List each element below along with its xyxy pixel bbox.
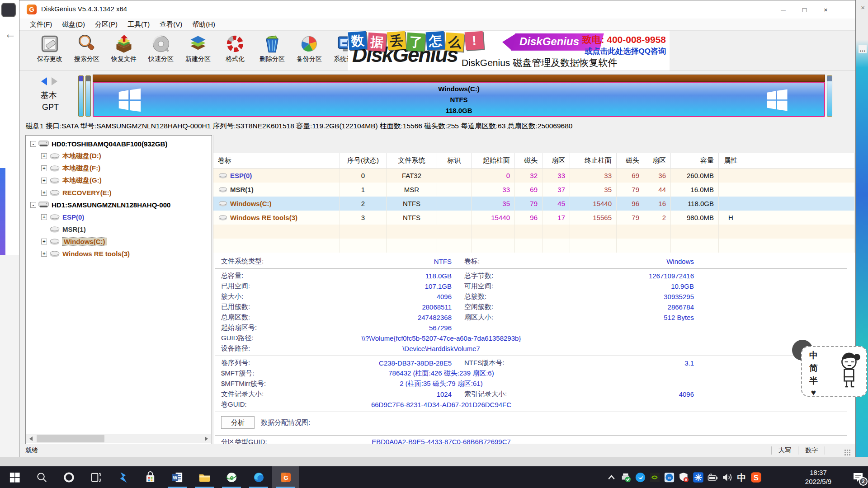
column-header[interactable]: 标识 (437, 153, 472, 168)
expand-icon[interactable]: + (41, 153, 47, 159)
taskbar-browser-green-e-button[interactable]: e (218, 466, 245, 488)
tray-sogou-ime-button[interactable]: S (750, 472, 762, 483)
tray-tray-expand-button[interactable] (606, 472, 617, 483)
partition-row[interactable]: ESP(0) 0FAT3203233336936260.0MB (213, 169, 855, 183)
taskbar-diskgenius-button[interactable]: G (272, 466, 299, 488)
menu-item-1[interactable]: 磁盘(D) (57, 19, 90, 30)
cell (671, 225, 719, 239)
taskbar-file-explorer-button[interactable] (191, 466, 218, 488)
collapse-icon[interactable]: - (30, 202, 36, 208)
menu-item-4[interactable]: 查看(V) (155, 19, 187, 30)
maximize-button[interactable]: □ (794, 0, 815, 19)
scrollbar-thumb[interactable] (37, 435, 104, 442)
column-header[interactable]: 文件系统 (387, 153, 437, 168)
prev-disk-button[interactable] (41, 77, 47, 85)
detail-row: 设备路径: \Device\HarddiskVolume7 (213, 343, 855, 354)
banner-qq-link[interactable]: 或点击此处选择QQ咨询 (585, 46, 666, 56)
toolbar-delp-button[interactable]: 删除分区 (254, 32, 291, 69)
partition-bar-windows-c[interactable]: Windows(C:) NTFS 118.0GB (93, 82, 825, 117)
next-disk-button[interactable] (52, 77, 57, 85)
tree-item[interactable]: - HD0:TOSHIBAMQ04ABF100(932GB) (27, 138, 211, 150)
column-header[interactable]: 扇区 (644, 153, 671, 168)
expand-icon[interactable]: + (41, 178, 47, 183)
tray-power-button[interactable] (707, 472, 718, 483)
partition-row[interactable]: Windows(C:) 2NTFS357945154409616118.0GB (213, 197, 855, 211)
tray-ime-mode-button[interactable]: 中 (736, 472, 747, 483)
column-header[interactable]: 起始柱面 (472, 153, 515, 168)
notification-center-button[interactable]: 2 (852, 471, 864, 483)
scrollbar-track[interactable] (36, 434, 202, 443)
tray-volume-button[interactable] (722, 472, 733, 483)
partition-row[interactable]: Windows RE tools(3) 3NTFS154409617155657… (213, 211, 855, 225)
partition-bar-esp[interactable] (78, 75, 84, 117)
column-header[interactable]: 序号(状态) (340, 153, 387, 168)
taskbar-task-view-button[interactable] (82, 466, 109, 488)
collapse-icon[interactable]: - (30, 141, 36, 147)
taskbar-word-button[interactable]: W (164, 466, 191, 488)
partition-row[interactable]: MSR(1) 1MSR33693735794416.0MB (213, 183, 855, 197)
partition-bar-re-tools[interactable] (827, 75, 832, 117)
expand-icon[interactable]: + (41, 251, 47, 257)
toolbar-format-button[interactable]: 格式化 (217, 32, 254, 69)
menu-item-3[interactable]: 工具(T) (123, 19, 155, 30)
menu-item-2[interactable]: 分区(P) (90, 19, 123, 30)
expand-icon[interactable]: + (41, 190, 47, 196)
menu-item-5[interactable]: 帮助(H) (187, 19, 220, 30)
toolbar-recover-button[interactable]: 恢复文件 (105, 32, 142, 69)
tree-item[interactable]: + ESP(0) (27, 211, 211, 223)
cell (542, 225, 570, 239)
column-header[interactable]: 终止柱面 (570, 153, 617, 168)
partition-bar-msr[interactable] (85, 75, 91, 117)
column-header[interactable]: 扇区 (542, 153, 570, 168)
taskbar-start-button[interactable] (1, 466, 28, 488)
minimize-button[interactable]: ─ (773, 0, 794, 19)
analyze-button[interactable]: 分析 (221, 416, 255, 429)
taskbar-flash-app-button[interactable] (109, 466, 137, 488)
column-header[interactable]: 属性 (719, 153, 743, 168)
ad-banner[interactable]: DiskGenius 数据丢了怎么! DiskGenius 致电: 400-00… (348, 31, 670, 70)
tray-snowflake-tool-button[interactable] (693, 472, 704, 483)
tray-nvidia-settings-button[interactable] (649, 472, 660, 483)
cell: 17 (542, 211, 570, 225)
expand-icon[interactable]: + (41, 165, 47, 171)
tree-item[interactable]: + Windows RE tools(3) (27, 248, 211, 260)
menu-item-0[interactable]: 文件(F) (25, 19, 57, 30)
ime-status-widget[interactable]: 中简半♥ (801, 346, 867, 397)
taskbar-edge-button[interactable] (245, 466, 272, 488)
tray-intel-graphics-button[interactable]: in (664, 472, 675, 483)
column-header[interactable]: 磁头 (617, 153, 644, 168)
tree-item[interactable]: + 本地磁盘(F:) (27, 162, 211, 174)
expand-icon[interactable]: + (41, 239, 47, 244)
tray-printer-status-button[interactable] (620, 472, 632, 483)
tray-dingtalk-button[interactable] (635, 472, 646, 483)
cell (671, 239, 719, 253)
resize-grip[interactable] (844, 449, 851, 456)
expand-icon[interactable]: + (41, 214, 47, 220)
tree-item[interactable]: + RECOVERY(E:) (27, 187, 211, 199)
tree-item[interactable]: + 本地磁盘(G:) (27, 174, 211, 187)
tree-item[interactable]: + 本地磁盘(D:) (27, 150, 211, 162)
tree-item[interactable]: - HD1:SAMSUNGMZNLN128HAHQ-000 (27, 199, 211, 211)
detail-value: 786432 (柱面:426 磁头:239 扇区:6) (320, 369, 563, 378)
close-button[interactable]: × (815, 0, 836, 19)
toolbar-quick-button[interactable]: 快速分区 (142, 32, 179, 69)
tree-horizont al-scrollbar[interactable] (26, 434, 211, 443)
tree-item[interactable]: + Windows(C:) (27, 235, 211, 248)
column-header[interactable]: 磁头 (515, 153, 542, 168)
toolbar-search-button[interactable]: 搜索分区 (68, 32, 105, 69)
cell-filler (743, 197, 855, 211)
cell (437, 183, 472, 197)
tray-security-alert-button[interactable] (678, 472, 689, 483)
toolbar-save-button[interactable]: 保存更改 (31, 32, 68, 69)
taskbar-search-button[interactable] (28, 466, 55, 488)
scroll-left-button[interactable] (26, 434, 36, 443)
column-header[interactable]: 容量 (671, 153, 719, 168)
tree-item[interactable]: MSR(1) (27, 223, 211, 235)
taskbar-clock[interactable]: 18:37 2022/5/9 (793, 468, 843, 486)
toolbar-backup-button[interactable]: 备份分区 (291, 32, 328, 69)
taskbar-store-button[interactable] (137, 466, 164, 488)
scroll-right-button[interactable] (202, 434, 211, 443)
taskbar-cortana-button[interactable] (55, 466, 82, 488)
toolbar-newp-button[interactable]: 新建分区 (179, 32, 217, 69)
column-header[interactable]: 卷标 (213, 153, 340, 168)
